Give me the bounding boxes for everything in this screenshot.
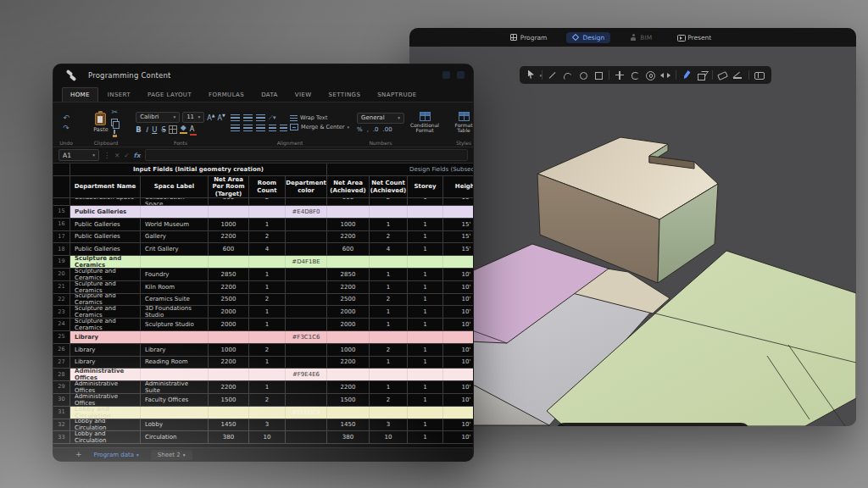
measure-tool-icon[interactable] (733, 70, 743, 80)
cell[interactable] (249, 256, 286, 268)
design-tab-present[interactable]: Present (671, 32, 717, 43)
formula-input[interactable] (145, 149, 468, 161)
cell[interactable]: 1 (249, 269, 286, 280)
cell[interactable]: Input Fields (Initial geometry creation) (70, 164, 327, 175)
cell[interactable]: Library (70, 357, 141, 369)
font-size-select[interactable]: 11▾ (182, 112, 204, 123)
select-tool-icon[interactable]: ▾ (526, 70, 537, 80)
add-sheet-icon[interactable]: + (75, 451, 82, 458)
cell[interactable] (370, 407, 408, 419)
cell[interactable]: 3 (249, 419, 286, 431)
cell[interactable]: 10' (443, 419, 473, 431)
department-header-row[interactable]: 28Administrative Offices#F9E4E6 (53, 369, 473, 381)
cell[interactable]: 4 (249, 243, 286, 255)
cell[interactable]: 26 (53, 344, 70, 356)
cell[interactable]: Public Galleries (70, 219, 141, 230)
cell[interactable]: Library (141, 344, 209, 356)
cell[interactable]: Sculpture and Ceramics (70, 294, 141, 306)
comma-icon[interactable]: , (367, 126, 369, 133)
ribbon-tab-home[interactable]: HOME (62, 87, 98, 102)
cell[interactable] (286, 431, 327, 443)
cell[interactable] (286, 269, 327, 280)
cell[interactable] (141, 256, 209, 268)
cell[interactable]: 30 (53, 394, 70, 406)
percent-icon[interactable]: % (357, 126, 363, 133)
ribbon-tab-settings[interactable]: SETTINGS (321, 88, 369, 102)
cell[interactable]: 2 (249, 294, 286, 306)
cell[interactable] (408, 331, 443, 343)
ribbon-tab-view[interactable]: VIEW (287, 88, 320, 102)
cell[interactable]: 15' (443, 231, 473, 243)
offset-tool-icon[interactable] (645, 70, 655, 80)
cell[interactable]: Height (443, 176, 473, 197)
line-tool-icon[interactable] (548, 70, 558, 80)
cell[interactable]: Sculpture Studio (141, 319, 209, 330)
cell[interactable]: 10' (443, 357, 473, 369)
cell[interactable]: 3 (370, 419, 408, 431)
font-color-icon[interactable]: A (190, 126, 194, 133)
cell[interactable]: 10' (443, 431, 473, 443)
cell[interactable]: 380 (209, 431, 249, 443)
cell[interactable]: Collaboration Space (70, 198, 141, 205)
cell[interactable]: Library (70, 331, 141, 343)
cell[interactable]: 1 (370, 381, 408, 393)
cell[interactable]: Foundry (141, 269, 209, 280)
table-row[interactable]: 21Sculpture and CeramicsKiln Room2200122… (53, 281, 473, 294)
cell[interactable]: 20 (53, 269, 70, 280)
cell[interactable] (327, 256, 370, 268)
table-row[interactable]: 26LibraryLibrary1000210002110' (53, 344, 473, 357)
borders-icon[interactable] (169, 125, 177, 134)
increase-decimal-icon[interactable]: .0 (373, 126, 379, 133)
cell[interactable]: 380 (327, 431, 370, 443)
cell[interactable] (286, 419, 327, 431)
cell[interactable]: 1500 (209, 394, 249, 406)
sheet-tab-sheet-2[interactable]: Sheet 2▾ (151, 450, 192, 460)
cell[interactable]: 10 (249, 431, 286, 443)
cell[interactable]: Sculpture and Ceramics (70, 306, 141, 318)
cell[interactable] (286, 306, 327, 318)
cell[interactable] (141, 206, 209, 218)
cell[interactable]: 10' (443, 269, 473, 280)
cell[interactable] (141, 331, 209, 343)
cell[interactable]: 27 (53, 357, 70, 369)
cell[interactable]: Faculty Offices (141, 394, 209, 406)
cell[interactable] (443, 256, 473, 268)
cell[interactable]: Net Area (Achieved) (327, 176, 370, 197)
cell[interactable]: 1 (408, 231, 443, 243)
cell[interactable] (209, 256, 249, 268)
cell[interactable]: 1 (370, 357, 408, 369)
table-row[interactable]: 27LibraryReading Room2200122001110' (53, 357, 473, 369)
cell[interactable] (249, 331, 286, 343)
cell[interactable]: 10' (443, 198, 473, 205)
cell[interactable]: Room Count (249, 176, 286, 197)
align-left-icon[interactable] (231, 125, 240, 131)
cell[interactable]: #EFEDC4 (286, 407, 327, 419)
cell[interactable]: 2200 (327, 281, 370, 293)
arc-tool-icon[interactable] (563, 70, 573, 80)
strikethrough-button[interactable]: S (161, 125, 165, 134)
table-row[interactable]: 14Collaboration SpaceCollaboration Space… (53, 198, 473, 206)
cell[interactable]: Net Count (Achieved) (370, 176, 408, 197)
fx-icon[interactable]: fx (134, 152, 141, 159)
cell[interactable]: 1 (249, 306, 286, 318)
cell[interactable]: 1450 (209, 419, 249, 431)
align-right-icon[interactable] (256, 125, 265, 131)
3d-viewport[interactable]: ▾ Search tools or commands Shift + Space (409, 47, 856, 426)
cell[interactable]: 31 (53, 407, 70, 419)
cell[interactable]: 1 (370, 219, 408, 230)
cell[interactable] (53, 164, 70, 175)
design-tab-bim[interactable]: BIM (624, 32, 658, 43)
cell[interactable] (286, 381, 327, 393)
cell[interactable] (286, 294, 327, 306)
format-painter-icon[interactable] (111, 130, 119, 137)
cell[interactable]: 2000 (209, 306, 249, 318)
cell[interactable]: 600 (327, 243, 370, 255)
table-row[interactable]: 29Administrative OfficesAdministrative S… (53, 381, 473, 394)
cell[interactable]: Public Galleries (70, 243, 141, 255)
cell[interactable]: 10' (443, 319, 473, 330)
cell[interactable]: 33 (53, 431, 70, 443)
cell[interactable]: 2500 (327, 294, 370, 306)
cell[interactable] (408, 407, 443, 419)
cell[interactable]: 1 (408, 344, 443, 356)
cell[interactable]: Gallery (141, 231, 209, 243)
